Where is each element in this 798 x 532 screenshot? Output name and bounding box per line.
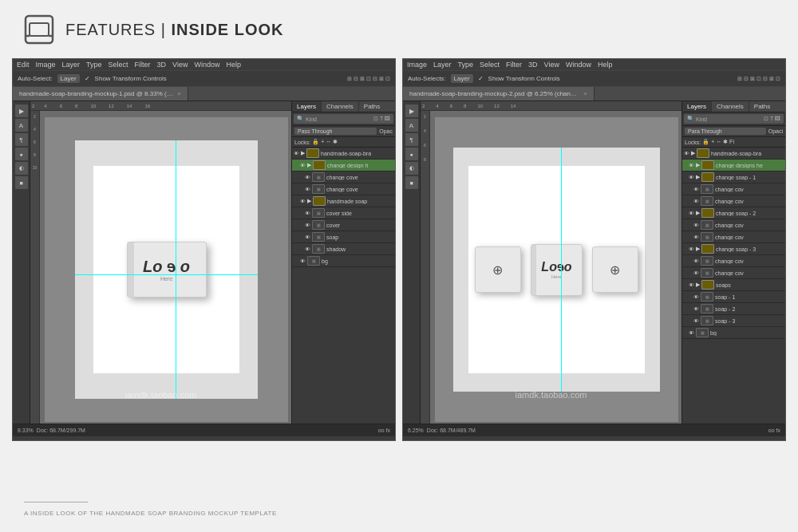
menu-r-window[interactable]: Window	[566, 61, 591, 69]
tool-r-move[interactable]: ▶	[405, 104, 418, 117]
eye-r-9[interactable]: 👁	[689, 246, 694, 252]
layer-r-5[interactable]: 👁 ▦ change cov	[682, 195, 785, 207]
menu-r-select[interactable]: Select	[480, 61, 500, 69]
eye-icon-4[interactable]: 👁	[305, 187, 310, 192]
eye-r-1[interactable]: 👁	[684, 151, 689, 156]
layer-item-7[interactable]: 👁 ▦ cover	[292, 219, 395, 231]
menu-r-filter[interactable]: Filter	[506, 61, 522, 69]
menu-3d[interactable]: 3D	[157, 61, 167, 69]
autoselect-dropdown[interactable]: Layer	[57, 74, 80, 83]
layer-r-14[interactable]: 👁 ▦ soap - 2	[682, 303, 785, 315]
tool-a[interactable]: A	[15, 119, 28, 132]
arrow-1[interactable]: ▶	[301, 150, 305, 156]
tool-r-c2[interactable]: ◐	[405, 162, 418, 175]
layer-item-4[interactable]: 👁 ▦ change cove	[292, 183, 395, 195]
layer-item-1[interactable]: 👁 ▶ handmade-soap-bra	[292, 148, 395, 160]
eye-r-3[interactable]: 👁	[689, 175, 694, 180]
tab-channels-r[interactable]: Channels	[712, 101, 749, 112]
tool-r-a[interactable]: A	[405, 119, 418, 132]
eye-icon-3[interactable]: 👁	[305, 175, 310, 180]
eye-r-6[interactable]: 👁	[689, 211, 694, 216]
menu-view[interactable]: View	[172, 61, 188, 69]
transform-controls-check[interactable]: ✓	[85, 75, 90, 82]
eye-icon-1[interactable]: 👁	[294, 151, 299, 156]
layer-r-6[interactable]: 👁 ▶ change soap - 2	[682, 207, 785, 219]
tool-move[interactable]: ▶	[15, 104, 28, 117]
tab-channels[interactable]: Channels	[322, 101, 359, 112]
layer-item-3[interactable]: 👁 ▦ change cove	[292, 171, 395, 183]
layer-r-3[interactable]: 👁 ▶ change soap - 1	[682, 171, 785, 183]
layer-r-4[interactable]: 👁 ▦ change cov	[682, 183, 785, 195]
tab-paths-r[interactable]: Paths	[749, 101, 775, 112]
eye-icon-8[interactable]: 👁	[305, 234, 310, 240]
menu-select[interactable]: Select	[109, 61, 128, 69]
menu-edit[interactable]: Edit	[17, 61, 30, 69]
blend-dropdown-r[interactable]: Para Through	[685, 128, 766, 135]
layer-r-10[interactable]: 👁 ▦ change cov	[682, 255, 785, 267]
menu-image[interactable]: Image	[36, 61, 56, 69]
eye-r-15[interactable]: 👁	[693, 318, 699, 324]
tab-paths[interactable]: Paths	[359, 101, 385, 112]
eye-r-8[interactable]: 👁	[693, 234, 699, 240]
menu-type[interactable]: Type	[86, 61, 102, 69]
layer-item-6[interactable]: 👁 ▦ cover side	[292, 207, 395, 219]
eye-r-2[interactable]: 👁	[689, 163, 694, 168]
layer-r-9[interactable]: 👁 ▶ change soap - 3	[682, 243, 785, 255]
layer-r-12[interactable]: 👁 ▶ soaps	[682, 279, 785, 291]
layer-r-13[interactable]: 👁 ▦ soap - 1	[682, 291, 785, 303]
eye-icon-6[interactable]: 👁	[305, 211, 310, 216]
eye-r-14[interactable]: 👁	[693, 306, 699, 312]
eye-icon-2[interactable]: 👁	[300, 163, 306, 168]
layer-r-7[interactable]: 👁 ▦ change cov	[682, 219, 785, 231]
eye-r-4[interactable]: 👁	[693, 187, 699, 192]
menu-help[interactable]: Help	[226, 61, 241, 69]
layer-item-8[interactable]: 👁 ▦ soap	[292, 231, 395, 243]
eye-r-12[interactable]: 👁	[689, 282, 694, 288]
arrow-5[interactable]: ▶	[307, 198, 311, 204]
menu-filter[interactable]: Filter	[135, 61, 151, 69]
layer-r-15[interactable]: 👁 ▦ soap - 3	[682, 315, 785, 327]
layer-item-2[interactable]: 👁 ▶ change design h	[292, 160, 395, 171]
tool-circle1[interactable]: ●	[15, 148, 28, 160]
tool-r-para[interactable]: ¶	[405, 133, 418, 146]
layer-r-16[interactable]: 👁 ▦ bg	[682, 327, 785, 339]
arrow-2[interactable]: ▶	[307, 162, 311, 168]
menu-r-type[interactable]: Type	[458, 61, 474, 69]
document-tab-right[interactable]: handmade-soap-branding-mockup-2.psd @ 6.…	[403, 87, 595, 100]
layer-r-1[interactable]: 👁 ▶ handmade-soap-bra	[682, 148, 785, 160]
blend-dropdown[interactable]: Pass Through	[294, 128, 377, 135]
layer-item-5[interactable]: 👁 ▶ handmade soap	[292, 195, 395, 207]
menu-r-3d[interactable]: 3D	[528, 61, 538, 69]
layer-r-2[interactable]: 👁 ▶ change designs he	[682, 160, 785, 171]
tool-circle2[interactable]: ◐	[15, 162, 28, 175]
eye-icon-7[interactable]: 👁	[305, 223, 310, 228]
transform-check-r[interactable]: ✓	[478, 75, 484, 82]
tab-close-right[interactable]: ×	[583, 90, 587, 97]
autoselect-dropdown-r[interactable]: Layer	[451, 74, 473, 83]
menu-window[interactable]: Window	[194, 61, 219, 69]
tab-close-left[interactable]: ×	[177, 90, 181, 97]
document-tab-left[interactable]: handmade-soap-branding-mockup-1.psd @ 8.…	[13, 87, 188, 100]
layer-r-8[interactable]: 👁 ▦ change cov	[682, 231, 785, 243]
eye-r-5[interactable]: 👁	[693, 199, 699, 204]
eye-r-10[interactable]: 👁	[693, 258, 699, 264]
menu-r-image[interactable]: Image	[407, 61, 427, 69]
menu-r-view[interactable]: View	[544, 61, 559, 69]
tab-layers-r[interactable]: Layers	[682, 101, 712, 112]
tab-layers[interactable]: Layers	[292, 101, 322, 112]
layer-r-11[interactable]: 👁 ▦ change cov	[682, 267, 785, 279]
eye-r-11[interactable]: 👁	[693, 270, 699, 276]
eye-icon-9[interactable]: 👁	[305, 246, 310, 252]
tool-square[interactable]: ■	[15, 176, 28, 189]
eye-r-16[interactable]: 👁	[689, 330, 694, 336]
eye-icon-10[interactable]: 👁	[300, 258, 306, 264]
tool-r-sq[interactable]: ■	[405, 176, 418, 189]
tool-r-c1[interactable]: ●	[405, 148, 418, 160]
tool-para[interactable]: ¶	[15, 133, 28, 146]
eye-icon-5[interactable]: 👁	[300, 199, 306, 204]
layer-item-9[interactable]: 👁 ▦ shadow	[292, 243, 395, 255]
menu-r-layer[interactable]: Layer	[433, 61, 452, 69]
layer-item-10[interactable]: 👁 ▦ bg	[292, 255, 395, 267]
eye-r-7[interactable]: 👁	[693, 223, 699, 228]
menu-layer[interactable]: Layer	[62, 61, 81, 69]
